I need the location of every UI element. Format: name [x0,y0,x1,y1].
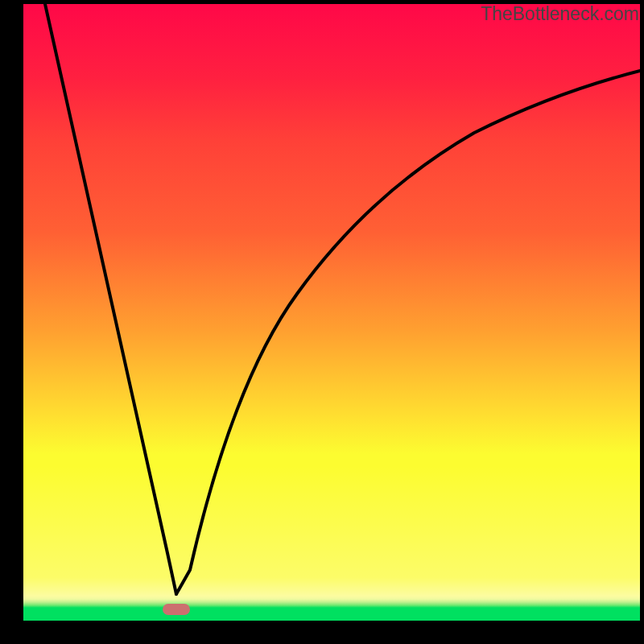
bottleneck-curve [23,4,640,621]
curve-left-descent [45,4,176,594]
chart-frame: TheBottleneck.com [0,0,644,644]
watermark-text: TheBottleneck.com [481,3,639,25]
min-marker [163,604,190,615]
plot-area [23,4,640,621]
curve-right-ascent [176,71,640,594]
